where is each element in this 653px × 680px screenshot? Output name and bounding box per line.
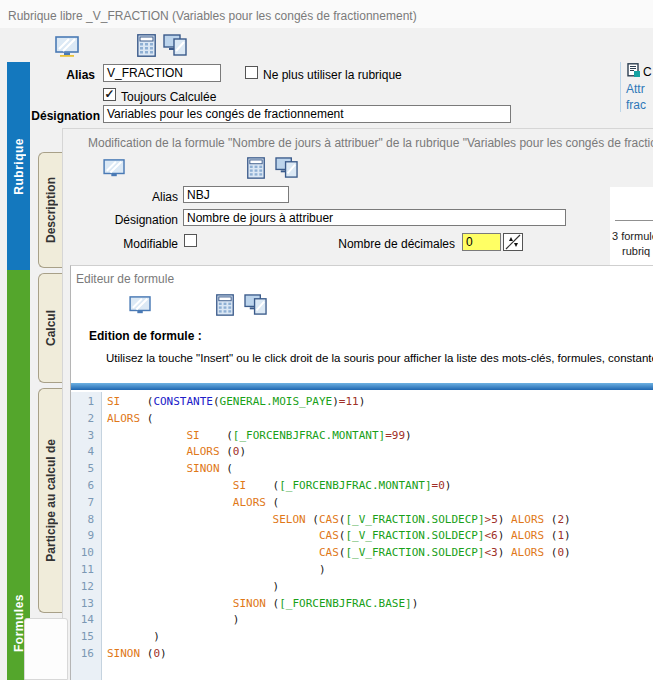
edition-section-label: Edition de formule : xyxy=(89,329,202,343)
designation-label-w1: Désignation xyxy=(20,109,100,123)
line-number: 14 xyxy=(71,612,98,629)
code-line[interactable]: 7 ALORS ( xyxy=(71,495,653,512)
modifiable-checkbox[interactable] xyxy=(184,234,197,247)
attribution-link-line1[interactable]: Attr xyxy=(626,82,645,96)
line-number: 8 xyxy=(71,512,98,529)
info-box-line1: 3 formule xyxy=(612,230,653,242)
monitor-icon[interactable] xyxy=(55,36,80,60)
decimales-label: Nombre de décimales xyxy=(335,237,455,251)
alias-label-w1: Alias xyxy=(20,68,95,82)
ne-plus-utiliser-checkbox[interactable] xyxy=(245,66,258,79)
info-box-line2: rubriq xyxy=(622,245,650,257)
line-number: 3 xyxy=(71,428,98,445)
attribution-link-line2[interactable]: frac xyxy=(626,98,646,112)
line-number: 12 xyxy=(71,579,98,596)
calculator-icon[interactable] xyxy=(247,157,265,182)
designation-label-w2: Désignation xyxy=(100,213,178,227)
code-line[interactable]: 4 ALORS (0) xyxy=(71,444,653,461)
tab-calcul-label: Calcul xyxy=(44,310,58,346)
side-panel-icon-text: C xyxy=(643,65,652,79)
designation-input-w1[interactable]: Variables pour les congés de fractionnem… xyxy=(103,105,511,123)
line-number: 4 xyxy=(71,444,98,461)
alias-input-w2[interactable]: NBJ xyxy=(183,186,289,203)
alias-label-w2: Alias xyxy=(100,190,178,204)
line-number: 7 xyxy=(71,495,98,512)
tab-participe-au-calcul-de[interactable]: Participe au calcul de xyxy=(38,388,62,613)
code-line[interactable]: 13 SINON ([_FORCENBJFRAC.BASE]) xyxy=(71,596,653,613)
screen: { "colors": { "rail_blue": "#1478be", "r… xyxy=(0,0,653,680)
document-icon[interactable] xyxy=(627,63,641,80)
code-line[interactable]: 3 SI ([_FORCENBJFRAC.MONTANT]=99) xyxy=(71,428,653,445)
calculator-icon[interactable] xyxy=(216,294,234,319)
side-panel-separator xyxy=(620,62,621,112)
code-line[interactable]: 6 SI ([_FORCENBJFRAC.MONTANT]=0) xyxy=(71,478,653,495)
code-line[interactable]: 14 ) xyxy=(71,612,653,629)
window1-titlebar: Rubrique libre _V_FRACTION (Variables po… xyxy=(0,0,653,28)
line-number: 15 xyxy=(71,629,98,646)
tab-participe-label: Participe au calcul de xyxy=(44,439,58,562)
tab-description-label: Description xyxy=(44,177,58,243)
line-number: 11 xyxy=(71,562,98,579)
alias-input-w1[interactable]: V_FRACTION xyxy=(103,64,221,82)
monitor-icon[interactable] xyxy=(103,159,126,181)
tab-calcul[interactable]: Calcul xyxy=(38,273,62,383)
editor-hint: Utilisez la touche "Insert" ou le click … xyxy=(106,352,653,364)
screens-icon[interactable] xyxy=(275,157,299,182)
code-line[interactable]: 12 ) xyxy=(71,579,653,596)
code-line[interactable]: 15 ) xyxy=(71,629,653,646)
code-line[interactable]: 10 CAS([_V_FRACTION.SOLDECP]<3) ALORS (0… xyxy=(71,545,653,562)
line-number: 2 xyxy=(71,411,98,428)
code-line[interactable]: 9 CAS([_V_FRACTION.SOLDECP]<6) ALORS (1) xyxy=(71,528,653,545)
window2-title: Modification de la formule "Nombre de jo… xyxy=(88,136,653,150)
code-line[interactable]: 2ALORS ( xyxy=(71,411,653,428)
line-number: 10 xyxy=(71,545,98,562)
line-number: 1 xyxy=(71,394,98,411)
ne-plus-utiliser-label: Ne plus utiliser la rubrique xyxy=(263,68,402,82)
editor-top-bar xyxy=(71,383,653,390)
line-number: 9 xyxy=(71,528,98,545)
tab-rubrique-label: Rubrique xyxy=(12,138,26,195)
line-number: 13 xyxy=(71,596,98,613)
info-box: 3 formule rubriq xyxy=(610,187,653,265)
window3-frame: Editeur de formule Edition de formule : … xyxy=(70,265,653,680)
screens-icon[interactable] xyxy=(244,294,268,319)
code-line[interactable]: 11 ) xyxy=(71,562,653,579)
monitor-icon[interactable] xyxy=(129,296,152,318)
toujours-calculee-label: Toujours Calculée xyxy=(121,90,216,104)
tab-rubrique[interactable]: Rubrique xyxy=(7,62,30,270)
line-number: 16 xyxy=(71,646,98,663)
code-line[interactable]: 16SINON (0) xyxy=(71,646,653,663)
decimales-input[interactable]: 0 xyxy=(462,233,501,251)
code-line[interactable]: 5 SINON ( xyxy=(71,461,653,478)
code-lines: 1SI (CONSTANTE(GENERAL.MOIS_PAYE)=11)2AL… xyxy=(71,394,653,663)
background-panel xyxy=(24,618,68,680)
line-number: 5 xyxy=(71,461,98,478)
formula-code-editor[interactable]: 1SI (CONSTANTE(GENERAL.MOIS_PAYE)=11)2AL… xyxy=(71,392,653,680)
toujours-calculee-checkbox[interactable]: ✓ xyxy=(103,88,116,101)
line-number: 6 xyxy=(71,478,98,495)
modifiable-label: Modifiable xyxy=(100,237,178,251)
spinner-stepper[interactable] xyxy=(503,233,523,251)
window3-title: Editeur de formule xyxy=(76,272,646,286)
designation-input-w2[interactable]: Nombre de jours à attribuer xyxy=(183,209,566,226)
window1-title: Rubrique libre _V_FRACTION (Variables po… xyxy=(8,9,648,23)
tab-description[interactable]: Description xyxy=(38,152,62,268)
calculator-icon[interactable] xyxy=(137,34,156,60)
code-line[interactable]: 1SI (CONSTANTE(GENERAL.MOIS_PAYE)=11) xyxy=(71,394,653,411)
code-line[interactable]: 8 SELON (CAS([_V_FRACTION.SOLDECP]>5) AL… xyxy=(71,512,653,529)
screens-icon[interactable] xyxy=(163,34,188,60)
